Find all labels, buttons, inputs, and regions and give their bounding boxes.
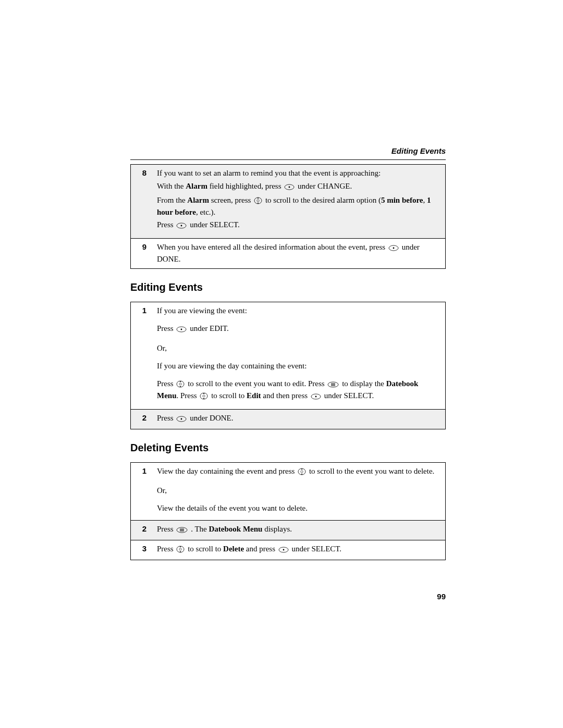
step-text: View the day containing the event and pr… [152,462,446,520]
editing-steps-table: 1 If you are viewing the event: Press un… [130,302,446,429]
menu-key-icon [176,525,188,536]
softkey-dot-icon [388,243,399,254]
svg-point-29 [179,548,181,550]
svg-point-31 [283,549,284,550]
step-text: If you want to set an alarm to remind yo… [152,165,446,238]
svg-point-1 [289,186,290,188]
svg-point-21 [181,418,182,419]
softkey-dot-icon [284,182,295,193]
step-number: 1 [131,462,152,520]
nav-ring-icon [176,380,185,390]
svg-point-11 [179,383,181,385]
page-number: 99 [130,591,446,602]
softkey-dot-icon [176,221,187,231]
svg-rect-13 [331,384,335,384]
step-number: 3 [131,540,152,560]
softkey-dot-icon [176,414,187,425]
nav-ring-icon [254,196,262,207]
svg-point-5 [181,225,182,227]
svg-point-7 [393,247,395,249]
step-row: 1 View the day containing the event and … [131,462,446,520]
step-row: 9 When you have entered all the desired … [131,238,446,269]
step-row: 8 If you want to set an alarm to remind … [131,165,446,238]
nav-ring-icon [298,467,306,478]
step-text: Press . The Datebook Menu displays. [152,520,446,540]
header-rule [130,159,446,160]
nav-ring-icon [176,545,185,556]
svg-rect-27 [180,530,184,531]
softkey-dot-icon [311,392,321,402]
running-header: Editing Events [130,146,446,156]
step-text: Press to scroll to Delete and press unde… [152,540,446,560]
step-number: 2 [131,409,152,429]
svg-rect-15 [331,386,335,386]
deleting-steps-table: 1 View the day containing the event and … [130,462,446,560]
svg-point-9 [181,329,182,330]
svg-rect-25 [180,528,184,529]
step-row: 2 Press under DONE. [131,409,446,429]
svg-point-19 [315,396,317,398]
svg-rect-14 [331,385,335,385]
step-number: 2 [131,520,152,540]
nav-ring-icon [200,392,208,402]
step-text: When you have entered all the desired in… [152,238,446,269]
step-row: 2 Press . The Datebook Menu displays. [131,520,446,540]
svg-point-23 [301,471,303,473]
menu-key-icon [327,380,339,390]
svg-rect-26 [180,529,184,530]
step-text: Press under DONE. [152,409,446,429]
softkey-dot-icon [176,325,187,335]
step-number: 8 [131,165,152,238]
step-number: 1 [131,302,152,410]
alarm-steps-table: 8 If you want to set an alarm to remind … [130,164,446,269]
section-heading-editing: Editing Events [130,280,446,294]
svg-point-17 [203,395,205,397]
step-number: 9 [131,238,152,269]
step-text: If you are viewing the event: Press unde… [152,302,446,410]
softkey-dot-icon [278,545,289,556]
step-row: 1 If you are viewing the event: Press un… [131,302,446,410]
step-row: 3 Press to scroll to Delete and press un… [131,540,446,560]
document-page: Editing Events 8 If you want to set an a… [0,0,563,728]
section-heading-deleting: Deleting Events [130,441,446,455]
svg-point-3 [257,200,259,202]
